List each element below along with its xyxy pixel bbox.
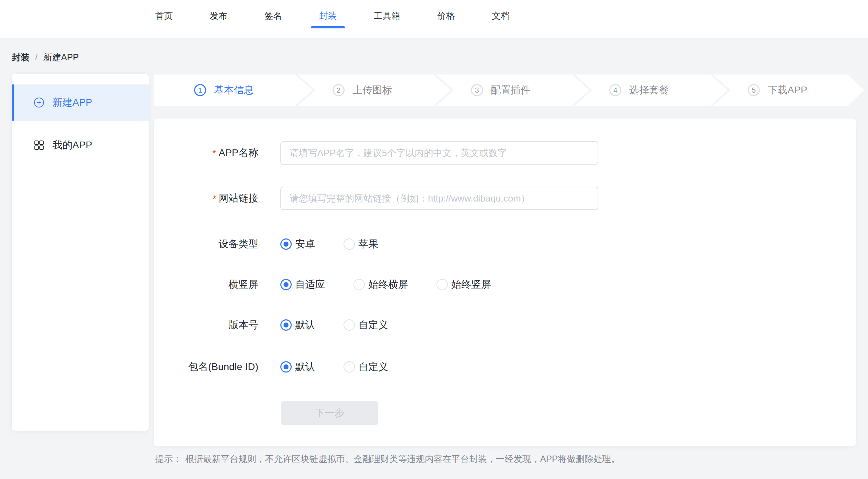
form-row-site-url: *网站链接 [154,187,856,210]
step-label: 上传图标 [352,83,392,97]
next-step-button[interactable]: 下一步 [281,401,378,425]
sidebar-item-label: 新建APP [53,96,92,109]
form-row-bundle-id: 包名(Bundle ID) 默认 自定义 [154,361,856,373]
step-number-badge: 3 [471,84,483,96]
version-label: 版本号 [154,318,258,332]
step-upload-icon: 2 上传图标 [333,75,392,106]
step-choose-plan: 4 选择套餐 [609,75,669,106]
step-label: 下载APP [768,83,807,97]
step-number-badge: 2 [333,84,345,96]
radio-unchecked-icon [344,319,355,331]
radio-unchecked-icon [344,361,355,373]
platform-rule-tip: 提示：根据最新平台规则，不允许区块链虚拟币、金融理财类等违规内容在平台封装，一经… [155,453,620,464]
form-row-app-name: *APP名称 [154,141,856,165]
step-download-app: 5 下载APP [748,75,807,106]
radio-option-version-custom[interactable]: 自定义 [344,318,388,332]
radio-option-always-portrait[interactable]: 始终竖屏 [436,278,491,291]
app-name-label: *APP名称 [154,146,258,160]
radio-option-always-landscape[interactable]: 始终横屏 [353,278,408,291]
step-wizard: 1 基本信息 2 上传图标 3 配置插件 4 选择套餐 5 下载APP [154,75,864,106]
nav-item-package[interactable]: 封装 [319,11,337,28]
nav-item-pricing[interactable]: 价格 [437,11,455,28]
breadcrumb-separator: / [35,52,38,62]
bundle-id-label: 包名(Bundle ID) [154,360,258,374]
required-mark: * [213,193,216,204]
form-row-orientation: 横竖屏 自适应 始终横屏 始终竖屏 [154,279,856,290]
main-nav: 首页 发布 签名 封装 工具箱 价格 文档 [155,11,510,28]
radio-checked-icon [280,319,292,331]
radio-option-ios[interactable]: 苹果 [344,237,378,251]
required-mark: * [213,148,216,159]
step-number-badge: 1 [194,84,206,96]
radio-option-bundle-default[interactable]: 默认 [280,360,315,374]
radio-checked-icon [280,361,292,373]
form-row-version: 版本号 默认 自定义 [154,319,856,331]
radio-option-android[interactable]: 安卓 [280,237,315,251]
app-name-input[interactable] [280,141,598,165]
sidebar: 新建APP 我的APP [12,74,149,431]
sidebar-item-new-app[interactable]: 新建APP [12,84,149,121]
sidebar-item-my-apps[interactable]: 我的APP [12,127,149,163]
radio-unchecked-icon [436,279,448,290]
step-configure-plugins: 3 配置插件 [471,75,531,106]
nav-item-docs[interactable]: 文档 [492,11,510,28]
nav-item-sign[interactable]: 签名 [264,11,282,28]
site-url-input[interactable] [280,187,598,210]
step-basic-info: 1 基本信息 [194,75,254,106]
radio-unchecked-icon [353,279,365,290]
radio-option-version-default[interactable]: 默认 [280,318,315,332]
orientation-label: 横竖屏 [154,278,258,291]
breadcrumb: 封装 / 新建APP [12,52,79,62]
radio-option-adaptive[interactable]: 自适应 [280,278,325,291]
basic-info-form-card: *APP名称 *网站链接 设备类型 安卓 苹果 横竖屏 [154,119,856,446]
step-label: 选择套餐 [629,83,669,97]
radio-option-bundle-custom[interactable]: 自定义 [344,360,388,374]
step-label: 配置插件 [491,83,531,97]
step-number-badge: 4 [609,84,621,96]
radio-checked-icon [280,238,292,250]
form-row-device-type: 设备类型 安卓 苹果 [154,238,856,250]
site-url-label: *网站链接 [154,192,258,205]
nav-item-publish[interactable]: 发布 [210,11,227,28]
radio-unchecked-icon [344,238,355,250]
circle-plus-icon [34,97,44,108]
nav-item-home[interactable]: 首页 [155,11,173,28]
grid-icon [34,140,44,150]
tip-prefix: 提示： [155,454,182,464]
tip-text: 根据最新平台规则，不允许区块链虚拟币、金融理财类等违规内容在平台封装，一经发现，… [185,454,620,464]
top-header: 首页 发布 签名 封装 工具箱 价格 文档 [0,0,868,38]
radio-checked-icon [280,279,292,290]
device-type-label: 设备类型 [154,237,258,251]
step-number-badge: 5 [748,84,760,96]
breadcrumb-current: 新建APP [43,52,79,62]
sidebar-item-label: 我的APP [53,138,92,152]
step-label: 基本信息 [214,83,254,97]
nav-item-toolbox[interactable]: 工具箱 [374,11,400,28]
breadcrumb-parent[interactable]: 封装 [12,52,29,62]
